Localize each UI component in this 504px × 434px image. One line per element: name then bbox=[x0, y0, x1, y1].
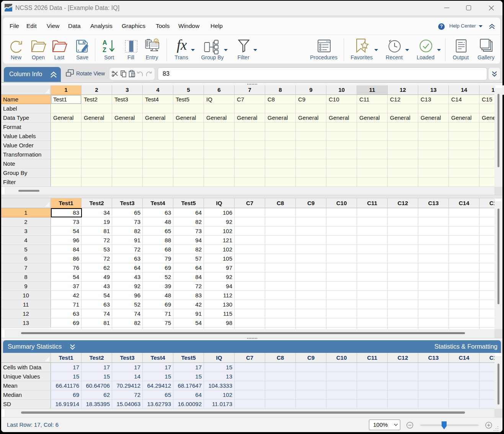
svg-text:Z: Z bbox=[103, 47, 106, 53]
svg-text:A: A bbox=[103, 39, 107, 46]
